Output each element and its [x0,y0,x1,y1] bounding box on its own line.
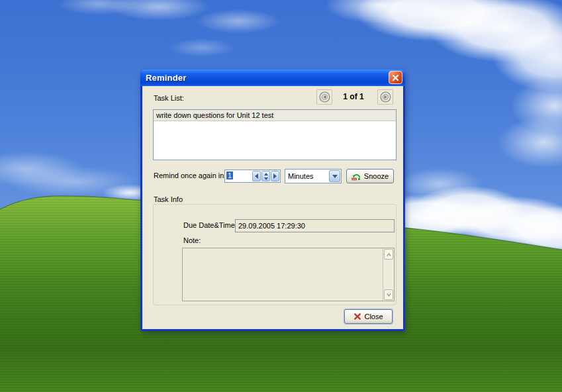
spin-down-icon [264,177,268,180]
due-date-label: Due Date&Time: [183,221,237,229]
task-pager: 1 of 1 [333,92,374,101]
note-scroll-down-button[interactable] [384,289,393,300]
note-text [183,248,383,301]
titlebar[interactable]: Reminder [140,69,405,86]
note-scroll-up-button[interactable] [384,249,393,260]
task-list-item[interactable]: write down questions for Unit 12 test [154,110,396,121]
combo-arrow-icon [332,175,338,178]
snooze-button[interactable]: Snooze [346,169,394,183]
due-date-field: 29.09.2005 17:29:30 [235,219,395,232]
remind-value-input[interactable]: 1 [225,170,252,182]
spin-up-icon [264,173,268,175]
note-scroll-down-icon [385,292,393,298]
unit-dropdown-value: Minutes [285,172,328,180]
note-textarea[interactable] [182,248,395,301]
task-list-box[interactable]: write down questions for Unit 12 test [153,109,397,160]
snooze-icon [351,172,361,181]
remind-value-spinner[interactable]: 1 [224,170,281,183]
dialog-body: Task List: 1 of 1 write down questions f… [142,86,403,329]
close-button-label: Close [364,313,383,320]
remind-value-text: 1 [226,172,233,179]
task-info-label: Task Info [154,195,185,203]
snooze-button-label: Snooze [364,172,389,180]
unit-dropdown[interactable]: Minutes [285,169,342,183]
prev-task-icon [318,91,331,103]
spin-left-icon [255,173,258,179]
spin-updown-button[interactable] [261,171,270,181]
close-button[interactable]: Close [344,309,393,324]
spin-left-button[interactable] [252,171,261,181]
note-scroll-up-icon [385,252,393,258]
reminder-dialog: Reminder Task List: 1 of 1 [140,69,405,331]
task-list-label: Task List: [154,94,184,102]
unit-dropdown-button[interactable] [329,170,340,182]
note-label: Note: [183,236,201,244]
remind-label: Remind once again in: [154,172,226,179]
note-scrollbar[interactable] [383,248,394,301]
prev-task-button[interactable] [316,89,332,105]
close-x-icon [353,313,361,320]
spin-right-button[interactable] [271,171,279,181]
next-task-button[interactable] [377,89,393,105]
spin-right-icon [273,173,277,179]
window-title: Reminder [140,73,187,83]
window-close-button[interactable] [389,71,402,84]
window-close-icon [391,74,400,82]
next-task-icon [379,91,392,103]
